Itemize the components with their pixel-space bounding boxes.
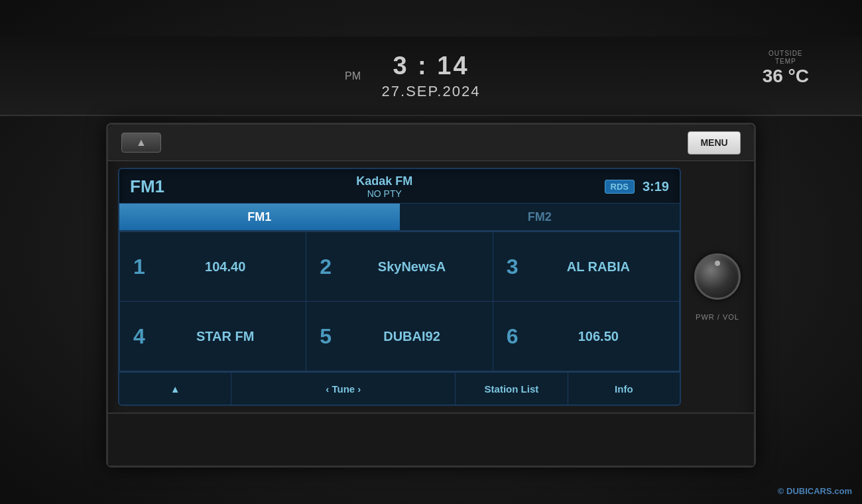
bottom-deck <box>108 412 754 466</box>
preset-value-1: 104.40 <box>158 259 292 275</box>
preset-number-2: 2 <box>320 255 336 279</box>
preset-1[interactable]: 1 104.40 <box>120 232 306 301</box>
volume-knob[interactable] <box>694 253 741 300</box>
right-controls: PWR / VOL <box>691 253 744 321</box>
preset-value-5: DUBAI92 <box>344 329 479 344</box>
preset-4[interactable]: 4 STAR FM <box>120 302 306 371</box>
temperature-display: OUTSIDETEMP 36 °C <box>763 50 809 87</box>
preset-number-3: 3 <box>507 255 523 279</box>
preset-3[interactable]: 3 AL RABIA <box>493 232 679 301</box>
preset-number-5: 5 <box>320 324 336 349</box>
station-name: Kadak FM <box>356 174 412 188</box>
eject-button[interactable]: ▲ <box>121 133 161 153</box>
time-period: PM <box>345 70 361 82</box>
eject-icon: ▲ <box>136 137 147 149</box>
preset-value-3: AL RABIA <box>531 259 666 275</box>
header-right: RDS 3:19 <box>605 179 669 194</box>
preset-6[interactable]: 6 106.50 <box>493 302 679 371</box>
preset-2[interactable]: 2 SkyNewsA <box>306 232 492 301</box>
preset-value-6: 106.50 <box>531 329 666 344</box>
preset-grid: 1 104.40 2 SkyNewsA 3 AL RABIA 4 STAR FM <box>119 231 680 371</box>
temp-label: OUTSIDETEMP <box>763 50 809 66</box>
screen-header: FM1 Kadak FM NO PTY RDS 3:19 <box>119 169 680 204</box>
tab-fm1[interactable]: FM1 <box>119 204 400 230</box>
preset-value-2: SkyNewsA <box>344 259 479 275</box>
preset-value-4: STAR FM <box>158 329 292 344</box>
bottom-controls: ▲ ‹ Tune › Station List Info <box>119 371 680 405</box>
preset-5[interactable]: 5 DUBAI92 <box>306 302 492 371</box>
temp-value: 36 °C <box>763 66 809 87</box>
info-button[interactable]: Info <box>568 373 680 405</box>
preset-number-6: 6 <box>507 324 523 349</box>
date-display: 27.SEP.2024 <box>382 83 481 100</box>
fm-tabs: FM1 FM2 <box>119 204 680 231</box>
car-panel: PM 3 : 14 27.SEP.2024 OUTSIDETEMP 36 °C … <box>0 0 862 504</box>
screen-container: FM1 Kadak FM NO PTY RDS 3:19 FM1 <box>108 161 754 412</box>
pty-label: NO PTY <box>356 188 412 199</box>
watermark: © DUBICARS.com <box>778 486 852 496</box>
preset-number-1: 1 <box>133 255 150 279</box>
radio-screen: FM1 Kadak FM NO PTY RDS 3:19 FM1 <box>118 168 681 406</box>
rds-badge: RDS <box>605 180 635 194</box>
top-dashboard: PM 3 : 14 27.SEP.2024 OUTSIDETEMP 36 °C <box>0 36 862 116</box>
menu-button[interactable]: MENU <box>688 131 741 155</box>
head-unit: ▲ MENU FM1 Kadak FM NO PTY RDS 3:19 <box>106 123 756 468</box>
pwr-vol-label: PWR / VOL <box>696 313 739 321</box>
fm-band-label: FM1 <box>130 176 164 197</box>
preset-number-4: 4 <box>133 324 150 349</box>
station-list-button[interactable]: Station List <box>456 373 567 405</box>
unit-top-bar: ▲ MENU <box>108 125 754 161</box>
station-info: Kadak FM NO PTY <box>356 174 412 199</box>
top-center: PM 3 : 14 27.SEP.2024 <box>382 52 481 100</box>
clock-display: 3 : 14 <box>393 52 469 80</box>
tune-button[interactable]: ‹ Tune › <box>231 373 455 405</box>
tab-fm2[interactable]: FM2 <box>400 204 680 230</box>
scan-button[interactable]: ▲ <box>119 373 231 405</box>
screen-time: 3:19 <box>643 179 669 194</box>
